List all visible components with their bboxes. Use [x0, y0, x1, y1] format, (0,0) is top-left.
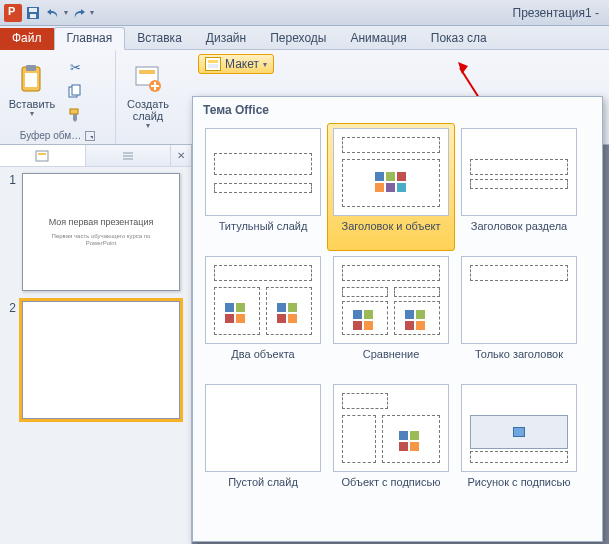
- new-slide-label: Создать слайд: [127, 98, 169, 122]
- svg-marker-13: [458, 62, 468, 74]
- cut-button[interactable]: ✂: [64, 56, 86, 78]
- tab-file[interactable]: Файл: [0, 28, 54, 50]
- layout-button[interactable]: Макет ▾: [198, 54, 274, 74]
- layout-two-content[interactable]: Два объекта: [199, 251, 327, 379]
- panel-tabs: ✕: [0, 145, 191, 167]
- slides-icon: [35, 150, 49, 162]
- layout-picture-with-caption[interactable]: Рисунок с подписью: [455, 379, 583, 507]
- format-painter-button[interactable]: [64, 104, 86, 126]
- panel-close[interactable]: ✕: [171, 145, 191, 166]
- chevron-down-icon: ▾: [30, 110, 34, 119]
- svg-rect-10: [139, 70, 155, 74]
- layout-title-slide[interactable]: Титульный слайд: [199, 123, 327, 251]
- window-title: Презентация1 -: [513, 6, 606, 20]
- slide-panel: ✕ 1 Моя первая презентация Первая часть …: [0, 145, 192, 544]
- redo-icon[interactable]: [70, 4, 88, 22]
- clipboard-group-label: Буфер обм…: [20, 130, 81, 141]
- ribbon-tabs: Файл Главная Вставка Дизайн Переходы Ани…: [0, 26, 609, 50]
- svg-rect-4: [26, 65, 36, 71]
- thumbnail-list: 1 Моя первая презентация Первая часть об…: [0, 167, 191, 544]
- scissors-icon: ✂: [70, 60, 81, 75]
- layout-content-with-caption[interactable]: Объект с подписью: [327, 379, 455, 507]
- layout-section-header[interactable]: Заголовок раздела: [455, 123, 583, 251]
- quick-access-toolbar: ▾ ▾: [4, 4, 94, 22]
- gallery-header: Тема Office: [193, 97, 602, 121]
- tab-slideshow[interactable]: Показ сла: [419, 28, 499, 49]
- svg-rect-2: [30, 14, 36, 18]
- layout-blank[interactable]: Пустой слайд: [199, 379, 327, 507]
- svg-rect-8: [70, 109, 78, 114]
- thumbnails-tab[interactable]: [0, 145, 86, 166]
- group-slides: Создать слайд ▾: [116, 50, 194, 144]
- layout-title-only[interactable]: Только заголовок: [455, 251, 583, 379]
- svg-rect-14: [36, 151, 48, 161]
- undo-more-icon[interactable]: ▾: [64, 8, 68, 17]
- slide-number: 2: [4, 301, 16, 315]
- clipboard-icon: [16, 63, 48, 95]
- close-icon: ✕: [177, 150, 185, 161]
- chevron-down-icon: ▾: [146, 122, 150, 131]
- slide-thumb-2[interactable]: 2: [4, 301, 187, 419]
- layout-label: Макет: [225, 57, 259, 71]
- new-slide-icon: [132, 63, 164, 95]
- new-slide-button[interactable]: Создать слайд ▾: [120, 61, 176, 133]
- copy-icon: [68, 84, 82, 98]
- app-icon[interactable]: [4, 4, 22, 22]
- svg-rect-7: [72, 85, 80, 95]
- svg-rect-5: [25, 73, 37, 87]
- paste-button[interactable]: Вставить ▾: [4, 55, 60, 127]
- tab-animation[interactable]: Анимация: [338, 28, 418, 49]
- layout-title-and-content[interactable]: Заголовок и объект: [327, 123, 455, 251]
- group-clipboard: Вставить ▾ ✂ Буфер обм…: [0, 50, 116, 144]
- copy-button[interactable]: [64, 80, 86, 102]
- svg-rect-15: [38, 153, 46, 155]
- slide1-title: Моя первая презентация: [49, 217, 154, 227]
- chevron-down-icon: ▾: [263, 60, 267, 69]
- slide-thumb-1[interactable]: 1 Моя первая презентация Первая часть об…: [4, 173, 187, 291]
- svg-rect-1: [29, 8, 37, 12]
- title-bar: ▾ ▾ Презентация1 -: [0, 0, 609, 26]
- outline-icon: [121, 150, 135, 162]
- clipboard-dialog-launcher[interactable]: [85, 131, 95, 141]
- tab-insert[interactable]: Вставка: [125, 28, 194, 49]
- layout-comparison[interactable]: Сравнение: [327, 251, 455, 379]
- tab-transitions[interactable]: Переходы: [258, 28, 338, 49]
- undo-icon[interactable]: [44, 4, 62, 22]
- tab-home[interactable]: Главная: [54, 27, 126, 50]
- tab-design[interactable]: Дизайн: [194, 28, 258, 49]
- qat-customize-icon[interactable]: ▾: [90, 8, 94, 17]
- layout-icon: [205, 57, 221, 71]
- outline-tab[interactable]: [86, 145, 172, 166]
- brush-icon: [68, 108, 82, 122]
- layout-gallery: Тема Office Титульный слайд Заголовок и …: [192, 96, 603, 542]
- save-icon[interactable]: [24, 4, 42, 22]
- slide-number: 1: [4, 173, 16, 187]
- slide1-sub: Первая часть обучающего курса по PowerPo…: [52, 233, 151, 247]
